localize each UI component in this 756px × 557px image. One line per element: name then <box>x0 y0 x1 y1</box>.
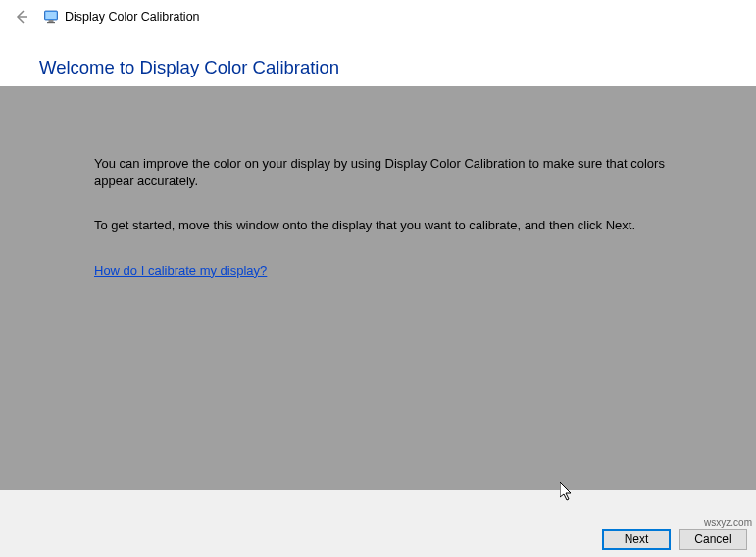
help-link[interactable]: How do I calibrate my display? <box>94 263 267 278</box>
next-button[interactable]: Next <box>602 529 671 550</box>
heading-area: Welcome to Display Color Calibration <box>0 33 756 86</box>
instruction-text: To get started, move this window onto th… <box>94 217 670 234</box>
monitor-icon <box>43 9 59 25</box>
svg-rect-2 <box>46 12 57 19</box>
page-title: Welcome to Display Color Calibration <box>39 57 756 78</box>
window-header: Display Color Calibration <box>0 0 756 33</box>
back-icon[interactable] <box>10 5 33 28</box>
intro-text: You can improve the color on your displa… <box>94 155 670 189</box>
cancel-button[interactable]: Cancel <box>679 529 747 550</box>
footer: Next Cancel <box>0 490 756 557</box>
content-area: You can improve the color on your displa… <box>0 86 756 490</box>
svg-rect-4 <box>47 22 55 23</box>
watermark: wsxyz.com <box>704 517 752 528</box>
svg-rect-3 <box>49 20 54 22</box>
window-title: Display Color Calibration <box>65 10 200 24</box>
